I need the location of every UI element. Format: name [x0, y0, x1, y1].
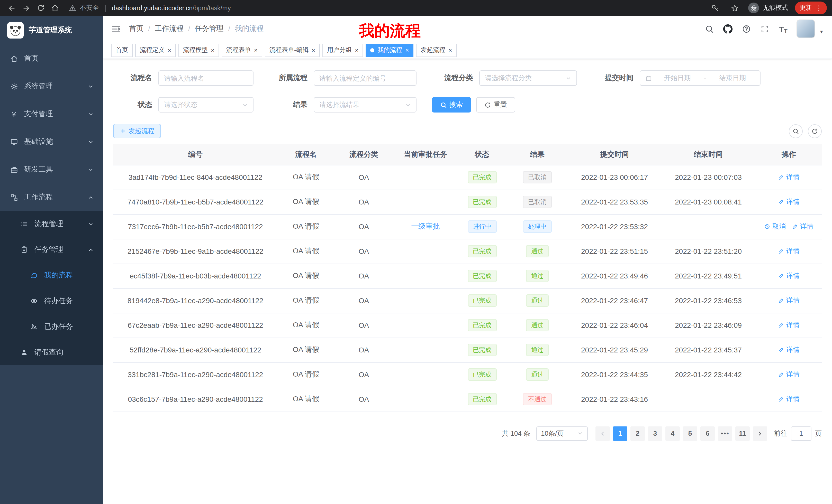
search-icon[interactable]: [704, 24, 714, 34]
caret-down-icon[interactable]: ▼: [819, 29, 824, 34]
close-icon[interactable]: ×: [405, 47, 409, 53]
cell-submit-time: 2022-01-22 23:44:35: [568, 362, 661, 387]
pager-ellipsis[interactable]: •••: [718, 426, 732, 441]
create-process-button[interactable]: 发起流程: [113, 124, 161, 138]
task-link[interactable]: 一级审批: [411, 222, 440, 230]
search-button[interactable]: 搜索: [432, 97, 471, 113]
browser-reload-icon[interactable]: [34, 1, 47, 15]
sidebar-item-payment[interactable]: ¥ 支付管理: [0, 100, 103, 128]
prev-page-button[interactable]: [595, 426, 610, 441]
pager-page-6[interactable]: 6: [700, 426, 715, 441]
help-icon[interactable]: [741, 24, 751, 34]
tab-我的流程[interactable]: 我的流程×: [366, 44, 413, 57]
font-size-icon[interactable]: TT: [778, 24, 788, 34]
pager-page-1[interactable]: 1: [613, 426, 627, 441]
tab-流程表单-编辑[interactable]: 流程表单-编辑×: [265, 44, 320, 57]
sidebar-item-process-mgmt[interactable]: 流程管理: [0, 211, 103, 237]
pager-page-11[interactable]: 11: [735, 426, 750, 441]
cell-actions: 详情: [756, 288, 822, 313]
process-def-input[interactable]: [314, 71, 417, 86]
detail-link[interactable]: 详情: [778, 320, 800, 330]
process-name-input[interactable]: [158, 71, 254, 86]
start-date-input[interactable]: 开始日期: [655, 74, 700, 83]
browser-menu-icon[interactable]: ⋮: [815, 4, 822, 12]
result-select[interactable]: 请选择流结果: [314, 97, 417, 113]
cell-id: 7470a810-7b9b-11ec-b5b7-acde48001122: [113, 190, 278, 214]
detail-link[interactable]: 详情: [778, 370, 800, 379]
address-bar[interactable]: 不安全 dashboard.yudao.iocoder.cn/bpm/task/…: [69, 4, 231, 12]
close-icon[interactable]: ×: [312, 47, 315, 53]
tab-流程定义[interactable]: 流程定义×: [135, 44, 176, 57]
cell-result: 通过: [506, 239, 568, 263]
detail-link[interactable]: 详情: [778, 271, 800, 281]
sidebar-item-system[interactable]: 系统管理: [0, 73, 103, 100]
browser-forward-icon[interactable]: [20, 1, 33, 15]
detail-link[interactable]: 详情: [778, 345, 800, 355]
detail-link[interactable]: 详情: [792, 222, 813, 231]
cell-actions: 详情: [756, 387, 822, 412]
sidebar-item-todo-tasks[interactable]: 待办任务: [0, 288, 103, 314]
tab-首页[interactable]: 首页: [111, 44, 133, 57]
date-range-picker[interactable]: 开始日期 - 结束日期: [640, 71, 760, 86]
refresh-table-button[interactable]: [808, 124, 822, 138]
breadcrumb-workflow[interactable]: 工作流程: [155, 24, 184, 33]
detail-link[interactable]: 详情: [778, 395, 800, 404]
cell-id: 03c6c157-7b9a-11ec-a290-acde48001122: [113, 387, 278, 412]
tab-流程模型[interactable]: 流程模型×: [178, 44, 219, 57]
sidebar-item-my-process[interactable]: 我的流程: [0, 262, 103, 288]
sidebar-item-home[interactable]: 首页: [0, 45, 103, 73]
end-date-input[interactable]: 结束日期: [710, 74, 755, 83]
browser-home-icon[interactable]: [48, 1, 62, 15]
browser-update-button[interactable]: 更新 ⋮: [795, 2, 827, 15]
sidebar-item-leave-query[interactable]: 请假查询: [0, 340, 103, 365]
menu-label: 任务管理: [34, 245, 63, 254]
page-size-select[interactable]: 10条/页: [536, 426, 588, 441]
danger-badge: 不通过: [523, 393, 552, 405]
tab-发起流程[interactable]: 发起流程×: [416, 44, 457, 57]
sidebar-item-infrastructure[interactable]: 基础设施: [0, 128, 103, 156]
close-icon[interactable]: ×: [448, 47, 452, 53]
cell-actions: 详情: [756, 190, 822, 214]
tab-label: 流程模型: [183, 46, 208, 54]
browser-back-icon[interactable]: [5, 1, 19, 15]
close-icon[interactable]: ×: [211, 47, 214, 53]
pagination-total: 共 104 条: [502, 429, 530, 438]
pager-page-3[interactable]: 3: [648, 426, 662, 441]
sidebar-toggle-icon[interactable]: [111, 24, 121, 34]
menu-label: 首页: [24, 54, 38, 63]
clipboard-icon: [20, 246, 29, 253]
breadcrumb-home[interactable]: 首页: [129, 24, 144, 33]
chat-icon: [29, 272, 38, 279]
close-icon[interactable]: ×: [254, 47, 258, 53]
detail-link[interactable]: 详情: [778, 173, 800, 182]
sidebar-item-done-tasks[interactable]: 已办任务: [0, 314, 103, 340]
tab-流程表单[interactable]: 流程表单×: [222, 44, 262, 57]
bookmark-star-icon[interactable]: [728, 1, 742, 15]
success-badge: 已完成: [468, 319, 496, 331]
pager-page-5[interactable]: 5: [683, 426, 697, 441]
toggle-search-button[interactable]: [789, 124, 803, 138]
url-text: dashboard.yudao.iocoder.cn/bpm/task/my: [112, 4, 231, 11]
status-select[interactable]: 请选择状态: [158, 97, 254, 113]
pager-page-4[interactable]: 4: [666, 426, 680, 441]
sidebar-item-devtools[interactable]: 研发工具: [0, 156, 103, 184]
sidebar-item-task-mgmt[interactable]: 任务管理: [0, 237, 103, 262]
tab-用户分组[interactable]: 用户分组×: [322, 44, 363, 57]
close-icon[interactable]: ×: [167, 47, 171, 53]
sidebar-item-workflow[interactable]: 工作流程: [0, 184, 103, 211]
category-select[interactable]: 请选择流程分类: [479, 71, 577, 86]
reset-button[interactable]: 重置: [476, 97, 515, 113]
next-page-button[interactable]: [753, 426, 767, 441]
breadcrumb-task-mgmt[interactable]: 任务管理: [195, 24, 224, 33]
key-icon[interactable]: [708, 1, 722, 15]
detail-link[interactable]: 详情: [778, 197, 800, 206]
detail-link[interactable]: 详情: [778, 247, 800, 256]
avatar[interactable]: [797, 20, 815, 38]
close-icon[interactable]: ×: [355, 47, 358, 53]
detail-link[interactable]: 详情: [778, 296, 800, 305]
cancel-link[interactable]: 取消: [764, 222, 786, 231]
pager-page-2[interactable]: 2: [630, 426, 645, 441]
goto-page-input[interactable]: [791, 426, 811, 441]
github-icon[interactable]: [723, 24, 733, 34]
fullscreen-icon[interactable]: [759, 24, 770, 34]
